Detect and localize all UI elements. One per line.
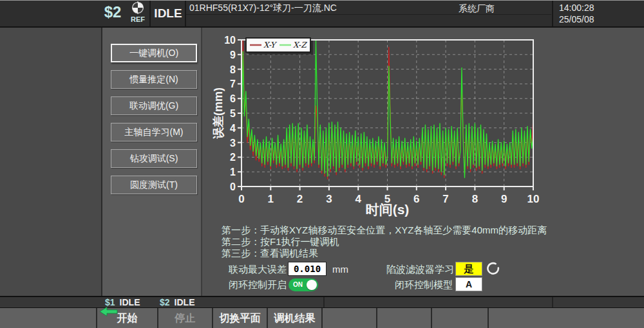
ref-state: REF bbox=[128, 1, 148, 23]
machine-mode: IDLE bbox=[152, 1, 184, 26]
svg-text:8: 8 bbox=[472, 193, 478, 205]
closed-loop-toggle[interactable]: ON bbox=[289, 278, 318, 291]
topbar-separator bbox=[149, 1, 151, 26]
toggle-state-label: ON bbox=[293, 281, 303, 288]
sidebar-item-one-key-tuning[interactable]: 一键调机(O) bbox=[111, 44, 197, 62]
sidebar-item-label: 联动调优(G) bbox=[129, 100, 178, 111]
svg-text:10: 10 bbox=[527, 193, 540, 205]
nc-program-name: 01RHF55(R1X7)-12°球刀-一刀流.NC bbox=[189, 3, 337, 14]
toggle-knob bbox=[307, 280, 317, 290]
svg-text:0: 0 bbox=[238, 193, 244, 205]
svg-text:10: 10 bbox=[224, 35, 236, 46]
instruction-step-3: 第三步：查看调机结果 bbox=[222, 248, 547, 259]
cycle-arrow-icon bbox=[485, 261, 502, 277]
sidebar-item-linkage-tuning[interactable]: 联动调优(G) bbox=[111, 96, 197, 115]
sidebar-item-label: 钻攻调试(S) bbox=[130, 153, 178, 163]
statusbar-separator bbox=[323, 297, 325, 307]
ref-position-icon bbox=[131, 1, 144, 14]
program-cell-divider bbox=[186, 14, 551, 15]
step-instructions: 第一步：手动将XYZ轴移动至安全位置，XYZ各轴至少需要40mm的移动距离 第二… bbox=[222, 224, 547, 259]
svg-text:时间(s): 时间(s) bbox=[366, 202, 410, 217]
channel-2-status: $2IDLE bbox=[160, 297, 194, 307]
svg-text:9: 9 bbox=[501, 193, 507, 205]
sidebar-item-label: 一键调机(O) bbox=[129, 48, 178, 58]
left-margin-panel bbox=[0, 28, 102, 296]
notch-filter-value-field[interactable]: 是 bbox=[455, 262, 482, 276]
notch-cycle-button[interactable] bbox=[485, 261, 502, 277]
closed-loop-switch-label: 闭环控制开启 bbox=[229, 279, 287, 291]
softkey-label: 切换平面 bbox=[220, 313, 261, 323]
softkey-separator bbox=[321, 308, 323, 328]
svg-text:2: 2 bbox=[297, 193, 303, 205]
softkey-tuning-result[interactable]: 调机结果 bbox=[268, 308, 321, 328]
notch-filter-label: 陷波滤波器学习 bbox=[386, 264, 453, 276]
instruction-step-1: 第一步：手动将XYZ轴移动至安全位置，XYZ各轴至少需要40mm的移动距离 bbox=[222, 224, 547, 236]
softkey-page-left-arrow-icon[interactable] bbox=[99, 307, 118, 319]
sidebar-item-label: 圆度测试(T) bbox=[130, 179, 178, 190]
instruction-step-2: 第二步：按F1执行一键调机 bbox=[222, 236, 547, 248]
svg-text:2: 2 bbox=[230, 152, 236, 163]
svg-text:误差(mm): 误差(mm) bbox=[213, 87, 225, 140]
topbar-separator bbox=[552, 1, 553, 26]
softkey-bar: 开始 停止 切换平面 调机结果 bbox=[0, 308, 644, 328]
softkey-switch-plane[interactable]: 切换平面 bbox=[213, 308, 267, 328]
top-status-bar: $2 REF IDLE 01RHF55(R1X7)-12°球刀-一刀流.NC 系… bbox=[0, 0, 644, 28]
closed-loop-model-field[interactable]: A bbox=[455, 277, 482, 291]
sidebar-item-label: 惯量推定(N) bbox=[129, 74, 178, 84]
svg-text:5: 5 bbox=[230, 108, 236, 119]
svg-text:4: 4 bbox=[230, 123, 236, 134]
topbar-separator bbox=[185, 1, 186, 26]
channel-1-state: IDLE bbox=[120, 297, 140, 307]
softkey-stop[interactable]: 停止 bbox=[158, 308, 212, 328]
svg-text:X-Z: X-Z bbox=[293, 41, 307, 50]
clock-time: 14:00:28 bbox=[559, 3, 594, 13]
softkey-separator bbox=[376, 308, 377, 328]
svg-text:1: 1 bbox=[268, 193, 274, 205]
channel-1-status: $1IDLE bbox=[105, 297, 140, 307]
svg-text:7: 7 bbox=[442, 193, 448, 205]
error-vs-time-chart: 012345678910012345678910时间(s)误差(mm)X-YX-… bbox=[213, 32, 542, 223]
svg-text:9: 9 bbox=[230, 50, 236, 60]
error-chart-container: 012345678910012345678910时间(s)误差(mm)X-YX-… bbox=[213, 32, 542, 225]
svg-text:6: 6 bbox=[413, 193, 419, 205]
channel-2-id: $2 bbox=[160, 297, 170, 307]
svg-text:1: 1 bbox=[230, 167, 236, 178]
max-error-input[interactable] bbox=[288, 262, 327, 276]
channel-2-state: IDLE bbox=[175, 297, 195, 307]
softkey-label: 停止 bbox=[175, 313, 196, 323]
svg-text:6: 6 bbox=[230, 93, 236, 104]
svg-text:3: 3 bbox=[230, 138, 236, 149]
clock-date: 25/05/08 bbox=[559, 14, 594, 24]
svg-text:3: 3 bbox=[326, 193, 332, 205]
sidebar-item-roundness-test[interactable]: 圆度测试(T) bbox=[111, 176, 197, 194]
svg-text:0: 0 bbox=[230, 181, 236, 192]
statusbar-separator bbox=[552, 297, 553, 307]
svg-text:4: 4 bbox=[355, 193, 361, 205]
main-area: 一键调机(O) 惯量推定(N) 联动调优(G) 主轴自学习(M) 钻攻调试(S)… bbox=[0, 28, 644, 296]
softkey-separator bbox=[488, 308, 489, 328]
sidebar-item-tap-drill-debug[interactable]: 钻攻调试(S) bbox=[111, 149, 197, 168]
sidebar-item-label: 主轴自学习(M) bbox=[125, 127, 184, 137]
softkey-separator bbox=[431, 308, 432, 328]
svg-text:X-Y: X-Y bbox=[263, 41, 278, 50]
vendor-label: 系统厂商 bbox=[459, 3, 495, 15]
max-error-label: 联动最大误差 bbox=[229, 264, 287, 276]
channel-status-bar: $1IDLE $2IDLE bbox=[0, 296, 644, 308]
cnc-tuning-screen: $2 REF IDLE 01RHF55(R1X7)-12°球刀-一刀流.NC 系… bbox=[0, 0, 644, 328]
ref-label: REF bbox=[128, 15, 148, 23]
channel-1-id: $1 bbox=[105, 297, 115, 307]
sidebar-item-inertia-estimation[interactable]: 惯量推定(N) bbox=[111, 70, 197, 89]
svg-text:7: 7 bbox=[230, 78, 236, 89]
svg-text:8: 8 bbox=[230, 64, 236, 75]
channel-label: $2 bbox=[100, 3, 126, 21]
softkey-label: 调机结果 bbox=[274, 313, 316, 323]
closed-loop-model-label: 闭环控制模型 bbox=[386, 279, 453, 291]
softkey-label: 开始 bbox=[117, 313, 138, 323]
function-sidebar: 一键调机(O) 惯量推定(N) 联动调优(G) 主轴自学习(M) 钻攻调试(S)… bbox=[102, 28, 202, 296]
sidebar-item-spindle-self-learn[interactable]: 主轴自学习(M) bbox=[111, 123, 197, 141]
max-error-unit: mm bbox=[332, 264, 348, 275]
